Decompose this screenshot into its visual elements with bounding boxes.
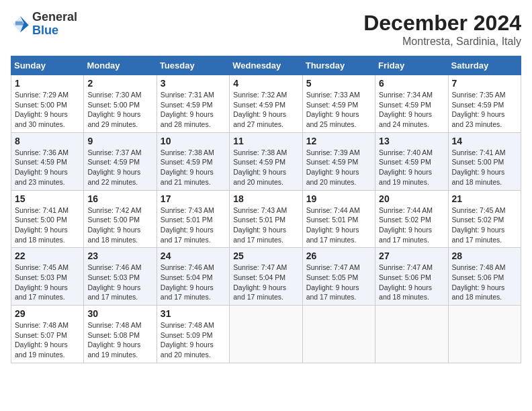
cell-inner: 4Sunrise: 7:32 AM Sunset: 4:59 PM Daylig… — [233, 78, 298, 130]
calendar-header-row: SundayMondayTuesdayWednesdayThursdayFrid… — [11, 56, 521, 75]
cell-inner: 14Sunrise: 7:41 AM Sunset: 5:00 PM Dayli… — [452, 136, 517, 187]
cell-inner: 26Sunrise: 7:47 AM Sunset: 5:05 PM Dayli… — [306, 250, 371, 302]
cell-inner: 22Sunrise: 7:45 AM Sunset: 5:03 PM Dayli… — [15, 250, 80, 302]
calendar-cell — [375, 306, 448, 363]
cell-inner: 5Sunrise: 7:33 AM Sunset: 4:59 PM Daylig… — [306, 78, 371, 130]
cell-details: Sunrise: 7:44 AM Sunset: 5:02 PM Dayligh… — [379, 205, 444, 245]
calendar-cell: 22Sunrise: 7:45 AM Sunset: 5:03 PM Dayli… — [11, 248, 84, 306]
day-number: 11 — [233, 136, 298, 146]
cell-inner: 2Sunrise: 7:30 AM Sunset: 5:00 PM Daylig… — [87, 78, 152, 130]
calendar-cell: 13Sunrise: 7:40 AM Sunset: 4:59 PM Dayli… — [375, 132, 448, 190]
calendar-cell: 27Sunrise: 7:47 AM Sunset: 5:06 PM Dayli… — [375, 248, 448, 306]
column-header-saturday: Saturday — [448, 56, 521, 75]
cell-details: Sunrise: 7:43 AM Sunset: 5:01 PM Dayligh… — [161, 205, 226, 245]
cell-inner: 23Sunrise: 7:46 AM Sunset: 5:03 PM Dayli… — [87, 250, 152, 302]
cell-details: Sunrise: 7:34 AM Sunset: 4:59 PM Dayligh… — [379, 90, 444, 130]
day-number: 23 — [87, 250, 152, 261]
calendar-cell: 1Sunrise: 7:29 AM Sunset: 5:00 PM Daylig… — [11, 75, 84, 133]
day-number: 12 — [306, 136, 371, 146]
day-number: 18 — [233, 193, 298, 204]
day-number: 13 — [379, 136, 444, 146]
cell-inner: 11Sunrise: 7:38 AM Sunset: 4:59 PM Dayli… — [233, 136, 298, 187]
cell-details: Sunrise: 7:40 AM Sunset: 4:59 PM Dayligh… — [379, 148, 444, 187]
cell-inner: 29Sunrise: 7:48 AM Sunset: 5:07 PM Dayli… — [15, 308, 80, 360]
cell-details: Sunrise: 7:31 AM Sunset: 4:59 PM Dayligh… — [161, 90, 226, 130]
calendar-cell: 23Sunrise: 7:46 AM Sunset: 5:03 PM Dayli… — [84, 248, 157, 306]
cell-inner: 20Sunrise: 7:44 AM Sunset: 5:02 PM Dayli… — [379, 193, 444, 245]
cell-details: Sunrise: 7:44 AM Sunset: 5:01 PM Dayligh… — [306, 205, 371, 245]
cell-inner: 3Sunrise: 7:31 AM Sunset: 4:59 PM Daylig… — [161, 78, 226, 130]
cell-details: Sunrise: 7:37 AM Sunset: 4:59 PM Dayligh… — [87, 148, 152, 187]
day-number: 21 — [452, 193, 517, 204]
column-header-tuesday: Tuesday — [157, 56, 229, 75]
cell-details: Sunrise: 7:48 AM Sunset: 5:07 PM Dayligh… — [15, 320, 80, 360]
calendar-cell: 25Sunrise: 7:47 AM Sunset: 5:04 PM Dayli… — [230, 248, 302, 306]
cell-inner: 7Sunrise: 7:35 AM Sunset: 4:59 PM Daylig… — [452, 78, 517, 130]
column-header-wednesday: Wednesday — [230, 56, 302, 75]
calendar-cell: 18Sunrise: 7:43 AM Sunset: 5:01 PM Dayli… — [230, 190, 302, 248]
calendar-cell: 15Sunrise: 7:41 AM Sunset: 5:00 PM Dayli… — [11, 190, 84, 248]
logo-blue-text: Blue — [32, 24, 77, 38]
column-header-sunday: Sunday — [11, 56, 84, 75]
cell-inner: 8Sunrise: 7:36 AM Sunset: 4:59 PM Daylig… — [15, 136, 80, 187]
cell-details: Sunrise: 7:39 AM Sunset: 4:59 PM Dayligh… — [306, 148, 371, 187]
day-number: 10 — [161, 136, 226, 146]
cell-inner: 21Sunrise: 7:45 AM Sunset: 5:02 PM Dayli… — [452, 193, 517, 245]
cell-details: Sunrise: 7:48 AM Sunset: 5:08 PM Dayligh… — [87, 320, 152, 360]
day-number: 22 — [15, 250, 80, 261]
cell-details: Sunrise: 7:36 AM Sunset: 4:59 PM Dayligh… — [15, 148, 80, 187]
cell-inner: 13Sunrise: 7:40 AM Sunset: 4:59 PM Dayli… — [379, 136, 444, 187]
cell-inner: 25Sunrise: 7:47 AM Sunset: 5:04 PM Dayli… — [233, 250, 298, 302]
day-number: 19 — [306, 193, 371, 204]
cell-details: Sunrise: 7:42 AM Sunset: 5:00 PM Dayligh… — [87, 205, 152, 245]
calendar-cell: 11Sunrise: 7:38 AM Sunset: 4:59 PM Dayli… — [230, 132, 302, 190]
cell-details: Sunrise: 7:30 AM Sunset: 5:00 PM Dayligh… — [87, 90, 152, 130]
cell-details: Sunrise: 7:38 AM Sunset: 4:59 PM Dayligh… — [161, 148, 226, 187]
cell-details: Sunrise: 7:41 AM Sunset: 5:00 PM Dayligh… — [452, 148, 517, 187]
location-title: Montresta, Sardinia, Italy — [363, 36, 521, 48]
calendar-cell: 12Sunrise: 7:39 AM Sunset: 4:59 PM Dayli… — [302, 132, 375, 190]
calendar-cell: 30Sunrise: 7:48 AM Sunset: 5:08 PM Dayli… — [84, 306, 157, 363]
cell-details: Sunrise: 7:45 AM Sunset: 5:02 PM Dayligh… — [452, 205, 517, 245]
column-header-thursday: Thursday — [302, 56, 375, 75]
cell-details: Sunrise: 7:33 AM Sunset: 4:59 PM Dayligh… — [306, 90, 371, 130]
day-number: 15 — [15, 193, 80, 204]
calendar-cell: 24Sunrise: 7:46 AM Sunset: 5:04 PM Dayli… — [157, 248, 229, 306]
calendar-cell: 20Sunrise: 7:44 AM Sunset: 5:02 PM Dayli… — [375, 190, 448, 248]
day-number: 29 — [15, 308, 80, 319]
cell-inner: 12Sunrise: 7:39 AM Sunset: 4:59 PM Dayli… — [306, 136, 371, 187]
cell-inner: 18Sunrise: 7:43 AM Sunset: 5:01 PM Dayli… — [233, 193, 298, 245]
cell-inner: 30Sunrise: 7:48 AM Sunset: 5:08 PM Dayli… — [87, 308, 152, 360]
cell-inner: 31Sunrise: 7:48 AM Sunset: 5:09 PM Dayli… — [161, 308, 226, 360]
calendar-cell — [302, 306, 375, 363]
cell-details: Sunrise: 7:35 AM Sunset: 4:59 PM Dayligh… — [452, 90, 517, 130]
day-number: 3 — [161, 78, 226, 89]
calendar-week-row: 29Sunrise: 7:48 AM Sunset: 5:07 PM Dayli… — [11, 306, 521, 363]
calendar-cell: 2Sunrise: 7:30 AM Sunset: 5:00 PM Daylig… — [84, 75, 157, 133]
cell-details: Sunrise: 7:29 AM Sunset: 5:00 PM Dayligh… — [15, 90, 80, 130]
calendar-cell: 16Sunrise: 7:42 AM Sunset: 5:00 PM Dayli… — [84, 190, 157, 248]
calendar-cell: 5Sunrise: 7:33 AM Sunset: 4:59 PM Daylig… — [302, 75, 375, 133]
calendar-cell — [230, 306, 302, 363]
calendar-cell: 21Sunrise: 7:45 AM Sunset: 5:02 PM Dayli… — [448, 190, 521, 248]
day-number: 28 — [452, 250, 517, 261]
calendar-cell: 7Sunrise: 7:35 AM Sunset: 4:59 PM Daylig… — [448, 75, 521, 133]
cell-inner: 28Sunrise: 7:48 AM Sunset: 5:06 PM Dayli… — [452, 250, 517, 302]
cell-details: Sunrise: 7:48 AM Sunset: 5:09 PM Dayligh… — [161, 320, 226, 360]
cell-details: Sunrise: 7:38 AM Sunset: 4:59 PM Dayligh… — [233, 148, 298, 187]
cell-details: Sunrise: 7:47 AM Sunset: 5:06 PM Dayligh… — [379, 263, 444, 302]
day-number: 25 — [233, 250, 298, 261]
cell-inner: 9Sunrise: 7:37 AM Sunset: 4:59 PM Daylig… — [87, 136, 152, 187]
calendar-week-row: 15Sunrise: 7:41 AM Sunset: 5:00 PM Dayli… — [11, 190, 521, 248]
calendar-cell — [448, 306, 521, 363]
day-number: 8 — [15, 136, 80, 146]
cell-inner: 27Sunrise: 7:47 AM Sunset: 5:06 PM Dayli… — [379, 250, 444, 302]
cell-details: Sunrise: 7:48 AM Sunset: 5:06 PM Dayligh… — [452, 263, 517, 302]
day-number: 1 — [15, 78, 80, 89]
calendar-week-row: 8Sunrise: 7:36 AM Sunset: 4:59 PM Daylig… — [11, 132, 521, 190]
cell-inner: 1Sunrise: 7:29 AM Sunset: 5:00 PM Daylig… — [15, 78, 80, 130]
calendar-cell: 8Sunrise: 7:36 AM Sunset: 4:59 PM Daylig… — [11, 132, 84, 190]
calendar-cell: 29Sunrise: 7:48 AM Sunset: 5:07 PM Dayli… — [11, 306, 84, 363]
calendar-cell: 14Sunrise: 7:41 AM Sunset: 5:00 PM Dayli… — [448, 132, 521, 190]
calendar-cell: 19Sunrise: 7:44 AM Sunset: 5:01 PM Dayli… — [302, 190, 375, 248]
